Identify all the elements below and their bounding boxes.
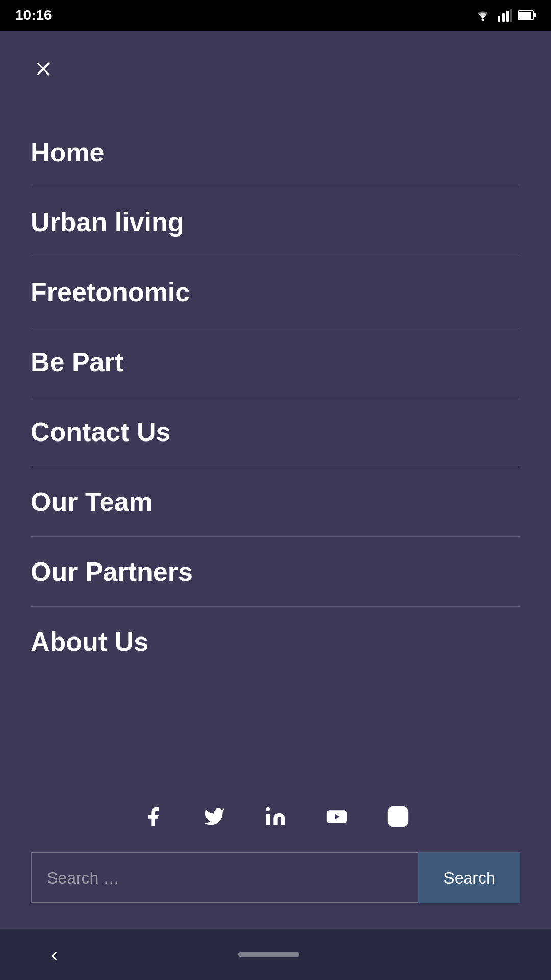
svg-rect-3 bbox=[506, 11, 509, 22]
nav-link-our-partners[interactable]: Our Partners bbox=[31, 537, 520, 606]
nav-link-be-part[interactable]: Be Part bbox=[31, 327, 520, 397]
close-button[interactable] bbox=[26, 51, 61, 87]
nav-link-urban-living[interactable]: Urban living bbox=[31, 187, 520, 257]
battery-icon bbox=[518, 10, 536, 21]
nav-item-freetonomic: Freetonomic bbox=[31, 257, 520, 327]
twitter-icon[interactable] bbox=[199, 801, 230, 832]
nav-item-be-part: Be Part bbox=[31, 327, 520, 397]
svg-point-8 bbox=[266, 807, 270, 811]
nav-link-our-team[interactable]: Our Team bbox=[31, 467, 520, 536]
nav-item-our-team: Our Team bbox=[31, 467, 520, 537]
signal-icon bbox=[498, 9, 512, 22]
bottom-nav: ‹ bbox=[0, 929, 551, 980]
nav-item-urban-living: Urban living bbox=[31, 187, 520, 257]
back-button[interactable]: ‹ bbox=[51, 943, 58, 966]
svg-rect-7 bbox=[534, 13, 536, 17]
nav-item-about-us: About Us bbox=[31, 607, 520, 676]
home-indicator bbox=[238, 952, 299, 957]
search-section: Search bbox=[31, 852, 520, 903]
status-time: 10:16 bbox=[15, 7, 52, 23]
svg-point-0 bbox=[482, 19, 484, 21]
facebook-icon[interactable] bbox=[138, 801, 168, 832]
menu-container: Home Urban living Freetonomic Be Part Co… bbox=[0, 31, 551, 929]
nav-item-our-partners: Our Partners bbox=[31, 537, 520, 607]
search-button[interactable]: Search bbox=[418, 852, 520, 903]
svg-point-13 bbox=[402, 811, 404, 813]
youtube-icon[interactable] bbox=[321, 801, 352, 832]
nav-link-home[interactable]: Home bbox=[31, 117, 520, 187]
nav-link-about-us[interactable]: About Us bbox=[31, 607, 520, 676]
linkedin-icon[interactable] bbox=[260, 801, 291, 832]
svg-point-12 bbox=[394, 813, 402, 821]
status-icons bbox=[473, 9, 536, 22]
nav-item-contact-us: Contact Us bbox=[31, 397, 520, 467]
instagram-icon[interactable] bbox=[383, 801, 413, 832]
nav-link-freetonomic[interactable]: Freetonomic bbox=[31, 257, 520, 327]
svg-rect-6 bbox=[519, 12, 531, 19]
svg-rect-4 bbox=[510, 9, 512, 22]
close-icon bbox=[32, 58, 55, 80]
svg-rect-2 bbox=[502, 13, 505, 22]
social-section bbox=[0, 771, 551, 852]
status-bar: 10:16 bbox=[0, 0, 551, 31]
wifi-icon bbox=[473, 9, 492, 22]
nav-item-home: Home bbox=[31, 117, 520, 187]
search-input[interactable] bbox=[31, 852, 418, 903]
svg-rect-1 bbox=[498, 16, 500, 22]
nav-list: Home Urban living Freetonomic Be Part Co… bbox=[0, 117, 551, 771]
nav-link-contact-us[interactable]: Contact Us bbox=[31, 397, 520, 467]
